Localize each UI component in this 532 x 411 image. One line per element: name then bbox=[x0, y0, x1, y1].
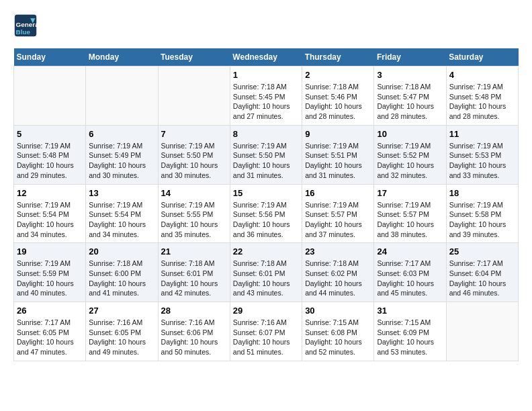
calendar-week-row: 19Sunrise: 7:19 AMSunset: 5:59 PMDayligh… bbox=[14, 243, 519, 302]
day-number: 30 bbox=[305, 306, 371, 316]
day-info: Sunrise: 7:19 AMSunset: 5:55 PMDaylight:… bbox=[161, 200, 227, 240]
calendar-cell: 18Sunrise: 7:19 AMSunset: 5:58 PMDayligh… bbox=[446, 184, 518, 243]
calendar-cell: 31Sunrise: 7:15 AMSunset: 6:09 PMDayligh… bbox=[374, 302, 446, 361]
day-info: Sunrise: 7:19 AMSunset: 5:51 PMDaylight:… bbox=[305, 141, 371, 181]
day-info: Sunrise: 7:19 AMSunset: 5:50 PMDaylight:… bbox=[233, 141, 299, 181]
column-header-tuesday: Tuesday bbox=[158, 48, 230, 66]
day-number: 7 bbox=[161, 129, 227, 139]
day-info: Sunrise: 7:19 AMSunset: 5:57 PMDaylight:… bbox=[305, 200, 371, 240]
day-info: Sunrise: 7:19 AMSunset: 5:59 PMDaylight:… bbox=[17, 259, 83, 298]
calendar-cell: 26Sunrise: 7:17 AMSunset: 6:05 PMDayligh… bbox=[14, 302, 86, 361]
day-number: 12 bbox=[17, 188, 83, 198]
day-info: Sunrise: 7:18 AMSunset: 6:01 PMDaylight:… bbox=[161, 259, 227, 298]
calendar-cell: 3Sunrise: 7:18 AMSunset: 5:47 PMDaylight… bbox=[374, 66, 446, 126]
calendar-cell: 24Sunrise: 7:17 AMSunset: 6:03 PMDayligh… bbox=[374, 243, 446, 302]
calendar-cell: 15Sunrise: 7:19 AMSunset: 5:56 PMDayligh… bbox=[230, 184, 302, 243]
day-info: Sunrise: 7:19 AMSunset: 5:53 PMDaylight:… bbox=[449, 141, 515, 181]
day-number: 5 bbox=[17, 129, 83, 139]
calendar-cell: 2Sunrise: 7:18 AMSunset: 5:46 PMDaylight… bbox=[302, 66, 374, 126]
day-number: 3 bbox=[377, 70, 443, 80]
column-header-sunday: Sunday bbox=[14, 48, 86, 66]
calendar-table: SundayMondayTuesdayWednesdayThursdayFrid… bbox=[13, 48, 519, 361]
calendar-cell: 17Sunrise: 7:19 AMSunset: 5:57 PMDayligh… bbox=[374, 184, 446, 243]
calendar-cell bbox=[86, 66, 158, 126]
day-info: Sunrise: 7:19 AMSunset: 5:54 PMDaylight:… bbox=[17, 200, 83, 240]
day-number: 15 bbox=[233, 188, 299, 198]
day-info: Sunrise: 7:15 AMSunset: 6:08 PMDaylight:… bbox=[305, 318, 371, 357]
day-number: 16 bbox=[305, 188, 371, 198]
day-number: 18 bbox=[449, 188, 515, 198]
calendar-cell: 23Sunrise: 7:18 AMSunset: 6:02 PMDayligh… bbox=[302, 243, 374, 302]
column-header-wednesday: Wednesday bbox=[230, 48, 302, 66]
calendar-cell bbox=[14, 66, 86, 126]
day-number: 22 bbox=[233, 246, 299, 257]
logo-icon: General Blue bbox=[13, 13, 38, 38]
day-info: Sunrise: 7:18 AMSunset: 5:47 PMDaylight:… bbox=[377, 82, 443, 122]
day-info: Sunrise: 7:17 AMSunset: 6:04 PMDaylight:… bbox=[449, 259, 515, 298]
day-number: 23 bbox=[305, 246, 371, 257]
calendar-cell: 14Sunrise: 7:19 AMSunset: 5:55 PMDayligh… bbox=[158, 184, 230, 243]
day-info: Sunrise: 7:16 AMSunset: 6:05 PMDaylight:… bbox=[89, 318, 154, 357]
column-header-saturday: Saturday bbox=[446, 48, 518, 66]
calendar-cell: 19Sunrise: 7:19 AMSunset: 5:59 PMDayligh… bbox=[14, 243, 86, 302]
day-number: 28 bbox=[161, 306, 227, 316]
day-info: Sunrise: 7:19 AMSunset: 5:56 PMDaylight:… bbox=[233, 200, 299, 240]
day-info: Sunrise: 7:18 AMSunset: 5:45 PMDaylight:… bbox=[233, 82, 299, 122]
calendar-cell: 12Sunrise: 7:19 AMSunset: 5:54 PMDayligh… bbox=[14, 184, 86, 243]
calendar-cell: 4Sunrise: 7:19 AMSunset: 5:48 PMDaylight… bbox=[446, 66, 518, 126]
day-number: 26 bbox=[17, 306, 83, 316]
calendar-week-row: 12Sunrise: 7:19 AMSunset: 5:54 PMDayligh… bbox=[14, 184, 519, 243]
calendar-cell bbox=[158, 66, 230, 126]
day-info: Sunrise: 7:19 AMSunset: 5:50 PMDaylight:… bbox=[161, 141, 227, 181]
day-number: 25 bbox=[449, 246, 515, 257]
day-info: Sunrise: 7:18 AMSunset: 6:00 PMDaylight:… bbox=[89, 259, 154, 298]
calendar-cell: 16Sunrise: 7:19 AMSunset: 5:57 PMDayligh… bbox=[302, 184, 374, 243]
calendar-cell: 20Sunrise: 7:18 AMSunset: 6:00 PMDayligh… bbox=[86, 243, 158, 302]
day-info: Sunrise: 7:19 AMSunset: 5:48 PMDaylight:… bbox=[17, 141, 83, 181]
calendar-cell: 11Sunrise: 7:19 AMSunset: 5:53 PMDayligh… bbox=[446, 125, 518, 184]
calendar-header-row: SundayMondayTuesdayWednesdayThursdayFrid… bbox=[14, 48, 519, 66]
calendar-cell: 6Sunrise: 7:19 AMSunset: 5:49 PMDaylight… bbox=[86, 125, 158, 184]
day-number: 31 bbox=[377, 306, 443, 316]
day-info: Sunrise: 7:17 AMSunset: 6:03 PMDaylight:… bbox=[377, 259, 443, 298]
day-info: Sunrise: 7:19 AMSunset: 5:49 PMDaylight:… bbox=[89, 141, 154, 181]
calendar-cell: 10Sunrise: 7:19 AMSunset: 5:52 PMDayligh… bbox=[374, 125, 446, 184]
day-number: 6 bbox=[89, 129, 154, 139]
svg-text:General: General bbox=[16, 21, 38, 28]
calendar-cell: 30Sunrise: 7:15 AMSunset: 6:08 PMDayligh… bbox=[302, 302, 374, 361]
day-number: 1 bbox=[233, 70, 299, 80]
day-info: Sunrise: 7:18 AMSunset: 6:01 PMDaylight:… bbox=[233, 259, 299, 298]
day-info: Sunrise: 7:15 AMSunset: 6:09 PMDaylight:… bbox=[377, 318, 443, 357]
day-number: 8 bbox=[233, 129, 299, 139]
calendar-cell: 9Sunrise: 7:19 AMSunset: 5:51 PMDaylight… bbox=[302, 125, 374, 184]
day-number: 9 bbox=[305, 129, 371, 139]
calendar-cell: 21Sunrise: 7:18 AMSunset: 6:01 PMDayligh… bbox=[158, 243, 230, 302]
calendar-cell: 13Sunrise: 7:19 AMSunset: 5:54 PMDayligh… bbox=[86, 184, 158, 243]
day-number: 29 bbox=[233, 306, 299, 316]
day-number: 20 bbox=[89, 246, 154, 257]
calendar-week-row: 5Sunrise: 7:19 AMSunset: 5:48 PMDaylight… bbox=[14, 125, 519, 184]
calendar-cell: 1Sunrise: 7:18 AMSunset: 5:45 PMDaylight… bbox=[230, 66, 302, 126]
day-number: 13 bbox=[89, 188, 154, 198]
column-header-friday: Friday bbox=[374, 48, 446, 66]
calendar-cell: 7Sunrise: 7:19 AMSunset: 5:50 PMDaylight… bbox=[158, 125, 230, 184]
column-header-monday: Monday bbox=[86, 48, 158, 66]
day-info: Sunrise: 7:19 AMSunset: 5:48 PMDaylight:… bbox=[449, 82, 515, 122]
day-info: Sunrise: 7:17 AMSunset: 6:05 PMDaylight:… bbox=[17, 318, 83, 357]
day-number: 21 bbox=[161, 246, 227, 257]
logo: General Blue bbox=[13, 13, 40, 38]
day-info: Sunrise: 7:18 AMSunset: 6:02 PMDaylight:… bbox=[305, 259, 371, 298]
day-info: Sunrise: 7:19 AMSunset: 5:58 PMDaylight:… bbox=[449, 200, 515, 240]
day-number: 2 bbox=[305, 70, 371, 80]
calendar-cell: 29Sunrise: 7:16 AMSunset: 6:07 PMDayligh… bbox=[230, 302, 302, 361]
page-header: General Blue bbox=[13, 13, 519, 38]
calendar-cell: 27Sunrise: 7:16 AMSunset: 6:05 PMDayligh… bbox=[86, 302, 158, 361]
day-info: Sunrise: 7:19 AMSunset: 5:57 PMDaylight:… bbox=[377, 200, 443, 240]
day-info: Sunrise: 7:19 AMSunset: 5:54 PMDaylight:… bbox=[89, 200, 154, 240]
svg-text:Blue: Blue bbox=[16, 28, 31, 36]
calendar-cell: 5Sunrise: 7:19 AMSunset: 5:48 PMDaylight… bbox=[14, 125, 86, 184]
column-header-thursday: Thursday bbox=[302, 48, 374, 66]
day-number: 19 bbox=[17, 246, 83, 257]
day-info: Sunrise: 7:16 AMSunset: 6:07 PMDaylight:… bbox=[233, 318, 299, 357]
day-number: 14 bbox=[161, 188, 227, 198]
